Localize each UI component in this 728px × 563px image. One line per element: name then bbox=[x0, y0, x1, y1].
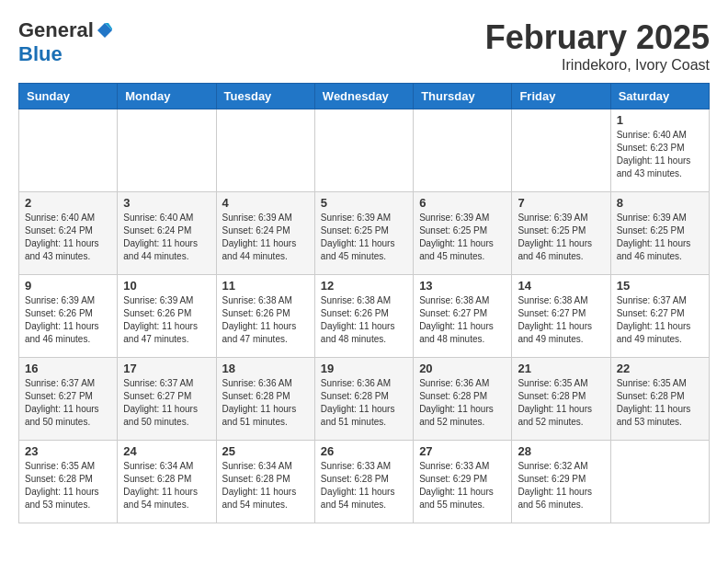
day-info: Sunrise: 6:36 AM Sunset: 6:28 PM Dayligh… bbox=[321, 377, 407, 429]
day-cell: 22Sunrise: 6:35 AM Sunset: 6:28 PM Dayli… bbox=[610, 358, 709, 441]
day-info: Sunrise: 6:35 AM Sunset: 6:28 PM Dayligh… bbox=[25, 460, 111, 511]
day-number: 28 bbox=[518, 444, 604, 458]
day-info: Sunrise: 6:40 AM Sunset: 6:24 PM Dayligh… bbox=[123, 212, 210, 263]
day-info: Sunrise: 6:34 AM Sunset: 6:28 PM Dayligh… bbox=[123, 460, 210, 511]
day-cell: 12Sunrise: 6:38 AM Sunset: 6:26 PM Dayli… bbox=[314, 275, 413, 358]
day-number: 4 bbox=[222, 196, 309, 210]
weekday-header-wednesday: Wednesday bbox=[314, 84, 413, 109]
day-cell: 1Sunrise: 6:40 AM Sunset: 6:23 PM Daylig… bbox=[610, 109, 709, 192]
day-cell: 20Sunrise: 6:36 AM Sunset: 6:28 PM Dayli… bbox=[414, 358, 512, 441]
day-number: 13 bbox=[419, 279, 506, 293]
day-number: 8 bbox=[617, 196, 703, 210]
day-info: Sunrise: 6:37 AM Sunset: 6:27 PM Dayligh… bbox=[123, 377, 210, 429]
day-cell: 13Sunrise: 6:38 AM Sunset: 6:27 PM Dayli… bbox=[414, 275, 512, 358]
day-number: 23 bbox=[25, 444, 111, 458]
day-info: Sunrise: 6:37 AM Sunset: 6:27 PM Dayligh… bbox=[25, 377, 111, 429]
calendar: SundayMondayTuesdayWednesdayThursdayFrid… bbox=[18, 83, 710, 523]
day-number: 19 bbox=[321, 362, 407, 375]
day-info: Sunrise: 6:39 AM Sunset: 6:25 PM Dayligh… bbox=[617, 212, 703, 263]
day-info: Sunrise: 6:38 AM Sunset: 6:27 PM Dayligh… bbox=[518, 294, 604, 346]
weekday-header-row: SundayMondayTuesdayWednesdayThursdayFrid… bbox=[19, 84, 710, 109]
day-number: 16 bbox=[25, 362, 111, 375]
day-number: 27 bbox=[419, 444, 506, 458]
day-number: 24 bbox=[123, 444, 210, 458]
day-cell: 15Sunrise: 6:37 AM Sunset: 6:27 PM Dayli… bbox=[610, 275, 709, 358]
day-number: 9 bbox=[25, 279, 111, 293]
month-title: February 2025 bbox=[485, 18, 710, 57]
day-info: Sunrise: 6:38 AM Sunset: 6:26 PM Dayligh… bbox=[321, 294, 407, 346]
day-cell bbox=[314, 109, 413, 192]
week-row-1: 1Sunrise: 6:40 AM Sunset: 6:23 PM Daylig… bbox=[19, 109, 710, 192]
logo-blue-text: Blue bbox=[18, 42, 63, 66]
week-row-2: 2Sunrise: 6:40 AM Sunset: 6:24 PM Daylig… bbox=[19, 192, 710, 275]
day-cell: 9Sunrise: 6:39 AM Sunset: 6:26 PM Daylig… bbox=[19, 275, 118, 358]
weekday-header-friday: Friday bbox=[512, 84, 610, 109]
day-info: Sunrise: 6:40 AM Sunset: 6:24 PM Dayligh… bbox=[25, 212, 111, 263]
day-info: Sunrise: 6:37 AM Sunset: 6:27 PM Dayligh… bbox=[617, 294, 703, 346]
weekday-header-monday: Monday bbox=[118, 84, 216, 109]
location-title: Irindekoro, Ivory Coast bbox=[485, 57, 710, 74]
day-number: 5 bbox=[321, 196, 407, 210]
day-number: 25 bbox=[222, 444, 309, 458]
day-cell bbox=[610, 441, 709, 523]
day-cell: 4Sunrise: 6:39 AM Sunset: 6:24 PM Daylig… bbox=[216, 192, 314, 275]
day-cell bbox=[512, 109, 610, 192]
day-info: Sunrise: 6:39 AM Sunset: 6:25 PM Dayligh… bbox=[321, 212, 407, 263]
day-info: Sunrise: 6:38 AM Sunset: 6:27 PM Dayligh… bbox=[419, 294, 506, 346]
weekday-header-thursday: Thursday bbox=[414, 84, 512, 109]
logo: General Blue bbox=[18, 18, 114, 66]
day-cell: 8Sunrise: 6:39 AM Sunset: 6:25 PM Daylig… bbox=[610, 192, 709, 275]
day-cell: 2Sunrise: 6:40 AM Sunset: 6:24 PM Daylig… bbox=[19, 192, 118, 275]
day-info: Sunrise: 6:35 AM Sunset: 6:28 PM Dayligh… bbox=[617, 377, 703, 429]
day-cell: 3Sunrise: 6:40 AM Sunset: 6:24 PM Daylig… bbox=[118, 192, 216, 275]
day-cell bbox=[216, 109, 314, 192]
logo-general-text: General bbox=[18, 18, 94, 42]
day-cell: 18Sunrise: 6:36 AM Sunset: 6:28 PM Dayli… bbox=[216, 358, 314, 441]
weekday-header-saturday: Saturday bbox=[610, 84, 709, 109]
weekday-header-tuesday: Tuesday bbox=[216, 84, 314, 109]
day-cell: 6Sunrise: 6:39 AM Sunset: 6:25 PM Daylig… bbox=[414, 192, 512, 275]
day-info: Sunrise: 6:32 AM Sunset: 6:29 PM Dayligh… bbox=[518, 460, 604, 511]
day-number: 3 bbox=[123, 196, 210, 210]
day-cell: 28Sunrise: 6:32 AM Sunset: 6:29 PM Dayli… bbox=[512, 441, 610, 523]
day-cell bbox=[19, 109, 118, 192]
day-cell: 24Sunrise: 6:34 AM Sunset: 6:28 PM Dayli… bbox=[118, 441, 216, 523]
day-cell: 26Sunrise: 6:33 AM Sunset: 6:28 PM Dayli… bbox=[314, 441, 413, 523]
day-cell: 17Sunrise: 6:37 AM Sunset: 6:27 PM Dayli… bbox=[118, 358, 216, 441]
day-info: Sunrise: 6:35 AM Sunset: 6:28 PM Dayligh… bbox=[518, 377, 604, 429]
day-cell: 19Sunrise: 6:36 AM Sunset: 6:28 PM Dayli… bbox=[314, 358, 413, 441]
day-number: 15 bbox=[617, 279, 703, 293]
day-number: 2 bbox=[25, 196, 111, 210]
title-area: February 2025 Irindekoro, Ivory Coast bbox=[485, 18, 710, 74]
day-cell: 27Sunrise: 6:33 AM Sunset: 6:29 PM Dayli… bbox=[414, 441, 512, 523]
day-cell: 21Sunrise: 6:35 AM Sunset: 6:28 PM Dayli… bbox=[512, 358, 610, 441]
week-row-3: 9Sunrise: 6:39 AM Sunset: 6:26 PM Daylig… bbox=[19, 275, 710, 358]
day-number: 1 bbox=[617, 113, 703, 127]
week-row-5: 23Sunrise: 6:35 AM Sunset: 6:28 PM Dayli… bbox=[19, 441, 710, 523]
day-cell bbox=[118, 109, 216, 192]
day-info: Sunrise: 6:40 AM Sunset: 6:23 PM Dayligh… bbox=[617, 129, 703, 180]
day-number: 17 bbox=[123, 362, 210, 375]
day-cell: 23Sunrise: 6:35 AM Sunset: 6:28 PM Dayli… bbox=[19, 441, 118, 523]
day-number: 6 bbox=[419, 196, 506, 210]
day-cell: 16Sunrise: 6:37 AM Sunset: 6:27 PM Dayli… bbox=[19, 358, 118, 441]
day-info: Sunrise: 6:39 AM Sunset: 6:25 PM Dayligh… bbox=[518, 212, 604, 263]
day-info: Sunrise: 6:39 AM Sunset: 6:26 PM Dayligh… bbox=[123, 294, 210, 346]
day-number: 26 bbox=[321, 444, 407, 458]
day-cell: 25Sunrise: 6:34 AM Sunset: 6:28 PM Dayli… bbox=[216, 441, 314, 523]
day-info: Sunrise: 6:34 AM Sunset: 6:28 PM Dayligh… bbox=[222, 460, 309, 511]
day-cell: 14Sunrise: 6:38 AM Sunset: 6:27 PM Dayli… bbox=[512, 275, 610, 358]
day-info: Sunrise: 6:39 AM Sunset: 6:26 PM Dayligh… bbox=[25, 294, 111, 346]
day-info: Sunrise: 6:39 AM Sunset: 6:25 PM Dayligh… bbox=[419, 212, 506, 263]
day-cell: 11Sunrise: 6:38 AM Sunset: 6:26 PM Dayli… bbox=[216, 275, 314, 358]
day-number: 12 bbox=[321, 279, 407, 293]
day-number: 22 bbox=[617, 362, 703, 375]
day-cell: 5Sunrise: 6:39 AM Sunset: 6:25 PM Daylig… bbox=[314, 192, 413, 275]
day-number: 20 bbox=[419, 362, 506, 375]
day-number: 7 bbox=[518, 196, 604, 210]
day-info: Sunrise: 6:38 AM Sunset: 6:26 PM Dayligh… bbox=[222, 294, 309, 346]
day-number: 21 bbox=[518, 362, 604, 375]
week-row-4: 16Sunrise: 6:37 AM Sunset: 6:27 PM Dayli… bbox=[19, 358, 710, 441]
header: General Blue February 2025 Irindekoro, I… bbox=[18, 18, 710, 74]
day-info: Sunrise: 6:33 AM Sunset: 6:28 PM Dayligh… bbox=[321, 460, 407, 511]
